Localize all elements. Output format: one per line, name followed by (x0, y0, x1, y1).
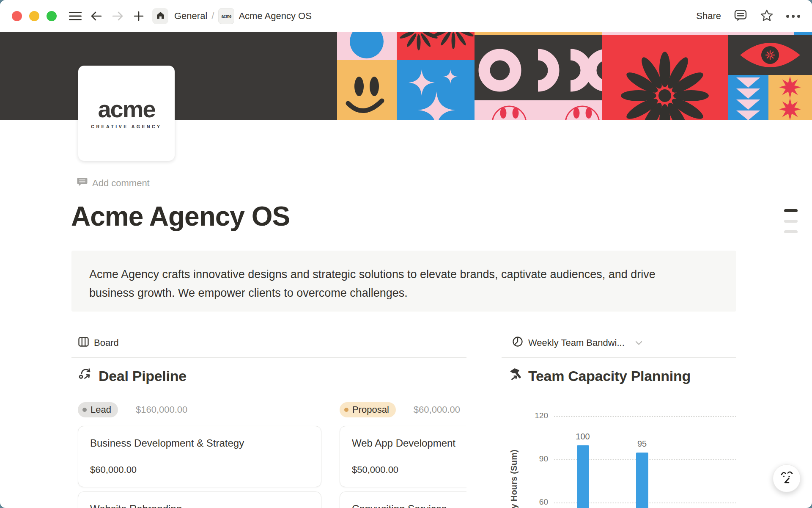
page-title: Acme Agency OS (71, 201, 290, 232)
chevron-down-icon[interactable] (635, 341, 642, 345)
board-view-icon (78, 336, 89, 350)
add-comment-label: Add comment (92, 178, 150, 189)
group-header: Proposal $60,000.00 (340, 402, 460, 417)
logo-wordmark: acme (98, 97, 155, 121)
arrow-left-icon (90, 10, 103, 22)
y-tick-90: 90 (524, 454, 548, 464)
burst-shapes (397, 32, 475, 60)
callout-text: Acme Agency crafts innovative designs an… (89, 265, 686, 302)
deal-card[interactable]: Copywriting Services (340, 491, 466, 508)
bar-value-label: 100 (568, 432, 598, 442)
sparkle-shapes (397, 60, 475, 120)
breadcrumb-page[interactable]: Acme Agency OS (239, 11, 311, 22)
logo-tagline: CREATIVE AGENCY (91, 124, 162, 129)
new-tab-button[interactable] (130, 8, 147, 25)
deal-card[interactable]: Web App Development $50,000.00 (340, 426, 466, 487)
cover-tile-smiley (337, 60, 397, 120)
cover-tile-triangles (728, 75, 768, 120)
cover-tile-circle (337, 32, 397, 60)
breadcrumb: General / acme Acme Agency OS (174, 8, 312, 24)
chart-y-axis-label: Weekly Hours (Sum) (509, 450, 519, 508)
smiley-face-icon (337, 60, 397, 120)
deal-card-title: Web App Development (352, 437, 466, 449)
deal-card-title: Website Rebranding (90, 503, 309, 508)
table-of-contents-indicator[interactable] (784, 209, 798, 233)
cover-tile-eye (728, 35, 812, 75)
zoom-window-button[interactable] (47, 11, 57, 21)
status-dot (82, 408, 87, 412)
minimize-window-button[interactable] (29, 11, 39, 21)
star-shapes (768, 75, 812, 120)
cover-tile-oddc (475, 35, 602, 100)
status-label: Proposal (352, 404, 389, 415)
toc-bar (784, 230, 798, 233)
sidebar-menu-button[interactable] (67, 8, 84, 25)
share-button[interactable]: Share (696, 11, 721, 22)
deal-card[interactable]: Business Development & Strategy $60,000.… (78, 426, 321, 487)
tab-weekly-bandwidth-view[interactable]: Weekly Team Bandwi... (512, 336, 642, 350)
arrow-right-icon (111, 10, 124, 22)
weekly-bandwidth-label: Weekly Team Bandwi... (528, 337, 625, 348)
chart-bar-1 (577, 445, 589, 508)
callout-block: Acme Agency crafts innovative designs an… (71, 251, 736, 312)
hammer-icon (508, 367, 523, 385)
smiley-outline-shapes (475, 100, 602, 120)
deal-pipeline-board: Lead $160,000.00 Business Development & … (71, 397, 466, 508)
tab-board-view[interactable]: Board (78, 336, 119, 350)
cover-tile-bursts (397, 32, 475, 60)
app-window: General / acme Acme Agency OS Share (0, 0, 812, 508)
home-icon (156, 11, 165, 22)
traffic-lights (12, 11, 57, 21)
team-capacity-title: Team Capacity Planning (528, 368, 691, 384)
cover-tile-flower (602, 35, 728, 120)
cover-tile-smiley-outlines (475, 100, 602, 120)
add-comment-button[interactable]: Add comment (77, 177, 150, 190)
deal-pipeline-heading: Deal Pipeline (78, 367, 187, 385)
back-button[interactable] (88, 8, 105, 25)
cover-tile-stars (768, 75, 812, 120)
clock-icon (512, 336, 524, 350)
more-options-button[interactable] (786, 15, 800, 18)
ring-crescent-shapes (475, 35, 602, 100)
eye-shape (728, 35, 812, 75)
page-mini-logo: acme (218, 8, 234, 24)
deal-card-title: Copywriting Services (352, 503, 466, 508)
status-label: Lead (91, 404, 111, 415)
toc-bar (784, 220, 798, 223)
status-badge-proposal[interactable]: Proposal (340, 402, 396, 417)
status-dot (344, 408, 348, 412)
deal-card[interactable]: Website Rebranding (78, 491, 321, 508)
breadcrumb-separator: / (211, 11, 214, 22)
comments-button[interactable] (734, 9, 747, 23)
group-sum: $160,000.00 (136, 404, 187, 415)
gridline-120 (554, 416, 736, 417)
y-tick-60: 60 (524, 497, 548, 507)
window-chrome: General / acme Acme Agency OS Share (0, 0, 812, 32)
breadcrumb-root[interactable]: General (174, 11, 207, 22)
page-icon-logo[interactable]: acme CREATIVE AGENCY (78, 66, 175, 161)
deal-card-title: Business Development & Strategy (90, 437, 309, 449)
group-sum: $60,000.00 (414, 404, 460, 415)
notion-ai-button[interactable] (773, 464, 801, 492)
close-window-button[interactable] (12, 11, 22, 21)
iterate-arrows-icon (78, 367, 93, 385)
status-badge-lead[interactable]: Lead (78, 402, 118, 417)
view-divider (502, 357, 736, 358)
group-header: Lead $160,000.00 (78, 402, 187, 417)
chrome-actions: Share (696, 9, 800, 24)
forward-button[interactable] (109, 8, 126, 25)
ai-face-icon (779, 469, 794, 487)
plus-icon (133, 10, 145, 22)
home-button[interactable] (152, 8, 168, 24)
y-tick-120: 120 (524, 411, 548, 420)
circle-shape (350, 32, 384, 58)
toc-bar-active (784, 209, 798, 212)
deal-card-amount: $50,000.00 (352, 464, 466, 475)
favorite-star-button[interactable] (760, 9, 774, 24)
deal-pipeline-title: Deal Pipeline (99, 368, 187, 384)
bar-value-label: 95 (627, 439, 657, 449)
flower-shape (602, 35, 728, 120)
cover-tile-sparkles (397, 60, 475, 120)
hamburger-icon (69, 11, 82, 21)
chart-bar-2 (636, 453, 648, 508)
